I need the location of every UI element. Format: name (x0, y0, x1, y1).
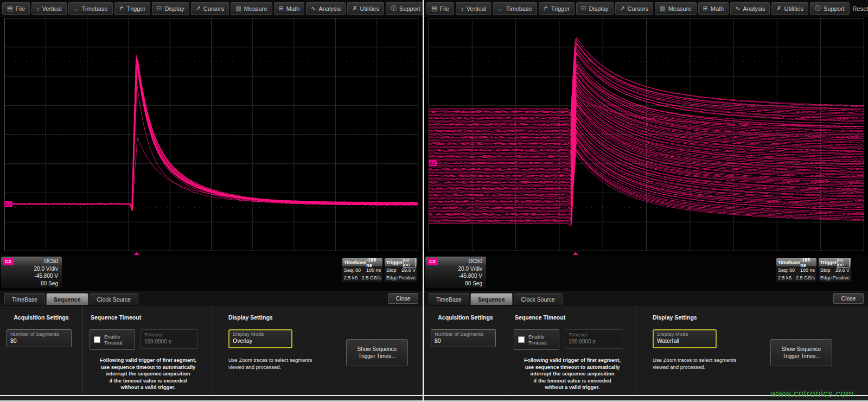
timebase-icon: ↔ (497, 5, 503, 12)
display-menu-item[interactable]: ⊡Display (576, 2, 613, 15)
timebase-menu-item[interactable]: ↔Timebase (68, 2, 113, 15)
display-mode-select[interactable]: Display Mode Overlay (228, 329, 292, 348)
waveform-region-overlay[interactable]: C2 (0, 17, 423, 255)
trigger-slope: Positive (832, 275, 850, 280)
analysis-menu-item[interactable]: ∿Analysis (730, 2, 770, 15)
show-sequence-trigger-times-button[interactable]: Show Sequence Trigger Times... (770, 339, 832, 366)
timebase-descriptor[interactable]: Timebase -188 ns Seq: 80 100 ns 2.5 kS 2… (776, 258, 817, 282)
file-menu-item[interactable]: ▤File (426, 2, 454, 15)
measure-icon: ▥ (235, 5, 241, 12)
scope-display-overlay[interactable]: C2 (4, 18, 418, 256)
utilities-menu-item[interactable]: ✗Utilities (771, 2, 808, 15)
menu-item-label: Cursors (628, 5, 649, 12)
checkbox-icon[interactable] (94, 336, 100, 343)
menu-item-label: Measure (668, 5, 692, 12)
waveform-trace (429, 86, 864, 161)
channel-descriptor-c2[interactable]: C2 DC50 20.0 V/div -45.800 V 80 Seg (1, 257, 62, 288)
menu-bar: ▤File↕Vertical↔Timebase↱Trigger⊡Display↗… (424, 0, 868, 17)
channel-offset: -45.800 V (425, 272, 482, 280)
tab-timebase[interactable]: TimeBase (4, 293, 45, 305)
timebase-delay: -188 ns (800, 258, 815, 268)
bottom-strip (0, 395, 423, 402)
display-menu-item[interactable]: ⊡Display (152, 2, 189, 15)
cursors-menu-item[interactable]: ↗Cursors (191, 2, 229, 15)
tab-clock-source[interactable]: Clock Source (514, 293, 563, 305)
menu-item-label: Analysis (318, 5, 341, 12)
trigger-menu-item[interactable]: ↱Trigger (539, 2, 575, 15)
reset-button[interactable]: Reset (853, 5, 868, 12)
scope-application: { "watermark": "www.cntronics.com", "col… (0, 0, 868, 402)
menu-items: ▤File↕Vertical↔Timebase↱Trigger⊡Display↗… (426, 2, 850, 15)
file-menu-item[interactable]: ▤File (2, 2, 30, 15)
math-menu-item[interactable]: ⊞Math (274, 2, 305, 15)
channel-badge: C2 (427, 258, 438, 265)
menu-item-label: Trigger (551, 5, 570, 12)
close-button[interactable]: Close (388, 293, 418, 304)
vertical-menu-item[interactable]: ↕Vertical (456, 2, 491, 15)
acquisition-settings-section: Acquisition Settings Number of Segments … (424, 305, 507, 395)
vertical-icon: ↕ (36, 5, 40, 12)
display-settings-section: Display Settings Display Mode Waterfall … (636, 305, 868, 395)
number-of-segments-field[interactable]: Number of Segments 80 (431, 329, 496, 347)
support-menu-item[interactable]: ⓘSupport (810, 2, 850, 15)
trigger-label: Trigger (820, 260, 837, 265)
tab-sequence[interactable]: Sequence (46, 293, 88, 305)
timebase-label: Timebase (344, 260, 366, 265)
channel-descriptor-c2[interactable]: C2 DC50 20.0 V/div -45.800 V 80 Seg (425, 257, 486, 288)
trigger-level: 29.6 V (835, 267, 850, 273)
utilities-menu-item[interactable]: ✗Utilities (347, 2, 384, 15)
display-mode-value: Waterfall (657, 337, 712, 344)
timebase-trigger-summary: Timebase -188 ns Seq: 80 100 ns 2.5 kS 2… (342, 258, 418, 282)
timebase-menu-item[interactable]: ↔Timebase (493, 2, 537, 15)
measure-menu-item[interactable]: ▥Measure (655, 2, 696, 15)
dual-scope-view: ▤File↕Vertical↔Timebase↱Trigger⊡Display↗… (0, 0, 868, 402)
display-mode-value: Overlay (233, 337, 288, 344)
close-button[interactable]: Close (833, 293, 864, 304)
support-icon: ⓘ (815, 4, 821, 12)
menu-item-label: Display (164, 5, 184, 12)
menu-item-label: Vertical (42, 5, 62, 12)
display-settings-title: Display Settings (653, 314, 746, 321)
scope-display-waterfall[interactable]: C2 (429, 18, 864, 256)
sequence-timeout-title: Sequence Timeout (91, 314, 212, 321)
menu-item-label: Support (399, 5, 420, 12)
timeout-field[interactable]: Timeout 100.0000 s (141, 329, 198, 349)
timebase-samples: 2.5 kS (344, 275, 358, 280)
show-sequence-trigger-times-button[interactable]: Show Sequence Trigger Times... (346, 339, 408, 366)
cursors-menu-item[interactable]: ↗Cursors (615, 2, 654, 15)
trigger-icon: ↱ (544, 5, 548, 12)
measure-menu-item[interactable]: ▥Measure (231, 2, 272, 15)
trigger-menu-item[interactable]: ↱Trigger (114, 2, 151, 15)
trigger-descriptor[interactable]: Trigger C2 DC Stop 29.6 V Edge Positive (384, 258, 418, 282)
enable-timeout-label: Enable Timeout (104, 334, 123, 346)
timebase-seq: Seq: 80 (778, 267, 795, 273)
menu-item-label: Measure (244, 5, 267, 12)
menu-items: ▤File↕Vertical↔Timebase↱Trigger⊡Display↗… (2, 2, 423, 15)
analysis-menu-item[interactable]: ∿Analysis (306, 2, 346, 15)
math-menu-item[interactable]: ⊞Math (698, 2, 729, 15)
display-settings-title: Display Settings (228, 314, 322, 321)
math-icon: ⊞ (279, 5, 284, 12)
enable-timeout-checkbox[interactable]: Enable Timeout (514, 329, 559, 350)
zoom-traces-note: Use Zoom traces to select segments viewe… (228, 356, 322, 371)
tab-sequence[interactable]: Sequence (470, 293, 513, 305)
tab-clock-source[interactable]: Clock Source (90, 293, 138, 305)
trigger-mode: Stop (386, 267, 397, 273)
display-mode-select[interactable]: Display Mode Waterfall (653, 329, 717, 348)
channel-offset: -45.800 V (1, 272, 58, 280)
waveform-region-waterfall[interactable]: C2 (424, 17, 868, 255)
sequence-timeout-title: Sequence Timeout (515, 314, 636, 321)
tab-timebase[interactable]: TimeBase (429, 293, 469, 305)
acquisition-settings-section: Acquisition Settings Number of Segments … (0, 305, 82, 395)
trigger-descriptor[interactable]: Trigger C2 DC Stop 29.6 V Edge Positive (818, 258, 852, 282)
timeout-field[interactable]: Timeout 100.0000 s (565, 329, 622, 349)
number-of-segments-label: Number of Segments (10, 331, 68, 337)
enable-timeout-checkbox[interactable]: Enable Timeout (90, 329, 135, 350)
dialog-tabs: TimeBaseSequenceClock Source (429, 293, 563, 305)
timebase-descriptor[interactable]: Timebase -188 ns Seq: 80 100 ns 2.5 kS 2… (342, 258, 383, 282)
number-of-segments-field[interactable]: Number of Segments 80 (7, 329, 72, 347)
analysis-icon: ∿ (735, 5, 740, 12)
vertical-menu-item[interactable]: ↕Vertical (31, 2, 67, 15)
support-menu-item[interactable]: ⓘSupport (386, 2, 423, 15)
checkbox-icon[interactable] (518, 336, 525, 343)
